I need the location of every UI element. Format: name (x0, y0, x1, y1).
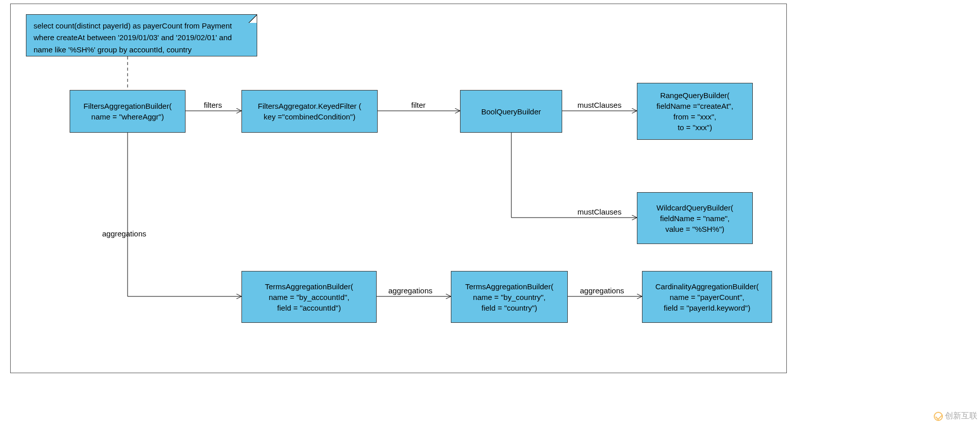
box-line: fieldName ="createAt", (656, 101, 733, 111)
box-line: field = "accountId") (277, 302, 341, 313)
filters-aggregation-builder-box: FiltersAggregationBuilder( name = "where… (70, 90, 186, 133)
keyed-filter-box: FiltersAggregator.KeyedFilter ( key ="co… (241, 90, 378, 133)
box-line: value = "%SH%") (665, 224, 724, 234)
box-line: fieldName = "name", (660, 213, 730, 224)
bool-query-builder-box: BoolQueryBuilder (460, 90, 562, 133)
wildcard-query-builder-box: WildcardQueryBuilder( fieldName = "name"… (637, 192, 753, 244)
box-line: name = "by_accountId", (269, 292, 350, 302)
range-query-builder-box: RangeQueryBuilder( fieldName ="createAt"… (637, 83, 753, 140)
box-line: BoolQueryBuilder (481, 106, 541, 117)
box-line: field = "payerId.keyword") (664, 302, 750, 313)
edge-label-aggregations-2: aggregations (388, 286, 433, 295)
diagram-frame: select count(distinct payerId) as payerC… (10, 4, 787, 373)
box-line: TermsAggregationBuilder( (465, 281, 553, 292)
box-line: RangeQueryBuilder( (660, 90, 730, 101)
box-line: field = "country") (481, 302, 537, 313)
watermark-text: 创新互联 (945, 411, 977, 421)
edge-label-filters: filters (204, 101, 222, 109)
box-line: name = "by_country", (473, 292, 546, 302)
box-line: CardinalityAggregationBuilder( (655, 281, 758, 292)
box-line: TermsAggregationBuilder( (265, 281, 353, 292)
box-line: key ="combinedCondition") (264, 111, 355, 122)
edge-label-aggregations-1: aggregations (102, 229, 146, 238)
edge-label-aggregations-3: aggregations (580, 286, 624, 295)
note-line: where createAt between '2019/01/03' and … (34, 32, 250, 43)
box-line: WildcardQueryBuilder( (657, 202, 733, 213)
box-line: name = "whereAggr") (91, 111, 164, 122)
note-line: select count(distinct payerId) as payerC… (34, 20, 250, 32)
cardinality-builder-box: CardinalityAggregationBuilder( name = "p… (642, 271, 772, 323)
box-line: FiltersAggregationBuilder( (83, 101, 171, 111)
edge-label-filter: filter (411, 101, 425, 109)
box-line: to = "xxx") (678, 122, 712, 133)
edge-label-mustclauses-2: mustClauses (577, 207, 622, 216)
watermark: 创新互联 (934, 411, 977, 421)
box-line: name = "payerCount", (670, 292, 745, 302)
edge-label-mustclauses-1: mustClauses (577, 101, 622, 109)
terms-country-box: TermsAggregationBuilder( name = "by_coun… (451, 271, 568, 323)
box-line: from = "xxx", (673, 111, 716, 122)
terms-accountid-box: TermsAggregationBuilder( name = "by_acco… (241, 271, 377, 323)
sql-note: select count(distinct payerId) as payerC… (26, 14, 257, 56)
watermark-icon (934, 412, 943, 421)
note-line: name like '%SH%' group by accountId, cou… (34, 44, 250, 55)
box-line: FiltersAggregator.KeyedFilter ( (258, 101, 361, 111)
